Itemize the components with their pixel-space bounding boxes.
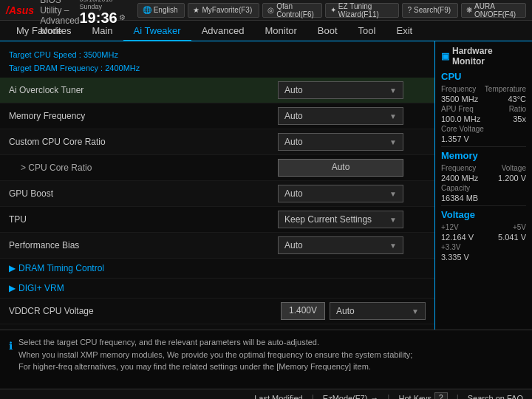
hw-33v-value: 3.335 V bbox=[441, 253, 469, 262]
digi-vrm-expander[interactable]: ▶ DIGI+ VRM bbox=[0, 279, 434, 299]
hw-33v-label: +3.3V bbox=[441, 243, 460, 251]
separator-3: | bbox=[457, 393, 459, 400]
language-label: English bbox=[154, 6, 178, 14]
vddcr-voltage-label: VDDCR CPU Voltage bbox=[9, 306, 281, 316]
gpu-boost-select[interactable]: Auto ▼ bbox=[278, 185, 426, 202]
search-faq-label: Search on FAQ bbox=[468, 394, 523, 400]
dram-timing-expander[interactable]: ▶ DRAM Timing Control bbox=[0, 259, 434, 279]
language-button[interactable]: 🌐 English bbox=[137, 3, 185, 18]
info-panel: ℹ Select the target CPU frequency, and t… bbox=[0, 330, 532, 389]
fan-icon: ◎ bbox=[267, 6, 274, 14]
hw-cpu-temp-value: 43°C bbox=[508, 95, 526, 103]
vddcr-voltage-select[interactable]: Auto ▼ bbox=[330, 302, 426, 320]
hw-core-voltage-label-row: Core Voltage bbox=[441, 125, 526, 133]
nav-my-favorites[interactable]: My Favorites bbox=[6, 21, 81, 41]
last-modified-label: Last Modified bbox=[254, 394, 302, 400]
hw-core-voltage-value: 1.357 V bbox=[441, 134, 469, 143]
hw-mem-freq-label: Frequency bbox=[441, 164, 476, 172]
tpu-select[interactable]: Keep Current Settings ▼ bbox=[278, 211, 426, 228]
wizard-icon: ✦ bbox=[330, 6, 336, 14]
tpu-row: TPU Keep Current Settings ▼ bbox=[0, 207, 434, 233]
nav-ai-tweaker[interactable]: Ai Tweaker bbox=[123, 21, 191, 41]
ez-mode-arrow-icon: → bbox=[370, 394, 378, 400]
hw-33v-value-row: 3.335 V bbox=[441, 253, 526, 262]
separator-2: | bbox=[387, 393, 389, 400]
hw-apu-freq-label: APU Freq bbox=[441, 105, 474, 113]
custom-cpu-core-ratio-label: Custom CPU Core Ratio bbox=[9, 137, 278, 147]
monitor-icon: ▣ bbox=[441, 51, 449, 61]
ai-overclock-value: Auto bbox=[284, 85, 303, 95]
performance-bias-value: Auto bbox=[284, 240, 303, 250]
hw-12v-value: 12.164 V bbox=[441, 233, 474, 242]
separator-1: | bbox=[312, 393, 314, 400]
gpu-boost-value: Auto bbox=[284, 188, 303, 199]
ai-overclock-row: Ai Overclock Tuner Auto ▼ bbox=[0, 78, 434, 103]
nav-main[interactable]: Main bbox=[81, 21, 123, 41]
hw-cpu-section-title: CPU bbox=[441, 71, 526, 82]
top-bar: /Asus UEFI BIOS Utility – Advanced Mode … bbox=[0, 0, 532, 21]
hw-apu-ratio-labels: APU Freq Ratio bbox=[441, 105, 526, 113]
tpu-label: TPU bbox=[9, 214, 278, 225]
tpu-value: Keep Current Settings bbox=[284, 214, 372, 225]
asus-logo: /Asus bbox=[6, 4, 34, 16]
gpu-boost-row: GPU Boost Auto ▼ bbox=[0, 181, 434, 207]
hw-5v-value: 5.041 V bbox=[498, 233, 526, 242]
nav-menu: My Favorites Main Ai Tweaker Advanced Mo… bbox=[0, 21, 532, 41]
memory-freq-select[interactable]: Auto ▼ bbox=[278, 107, 426, 125]
qfan-button[interactable]: ◎ Qfan Control(F6) bbox=[262, 3, 322, 18]
hw-5v-label: +5V bbox=[513, 223, 526, 231]
vddcr-voltage-input-value: 1.400V bbox=[289, 305, 317, 316]
myfavorite-button[interactable]: ★ MyFavorite(F3) bbox=[188, 3, 259, 18]
digi-vrm-label: DIGI+ VRM bbox=[18, 283, 64, 293]
hw-mem-cap-value: 16384 MB bbox=[441, 194, 478, 202]
search-faq-button[interactable]: Search on FAQ bbox=[468, 394, 523, 400]
hw-memory-section-title: Memory bbox=[441, 150, 526, 161]
hot-keys-button[interactable]: Hot Keys ? bbox=[398, 392, 447, 399]
ez-tuning-button[interactable]: ✦ EZ Tuning Wizard(F11) bbox=[325, 3, 400, 18]
hw-mem-freq-value: 2400 MHz bbox=[441, 174, 478, 183]
search-button[interactable]: ? Search(F9) bbox=[402, 3, 458, 18]
nav-boot[interactable]: Boot bbox=[307, 21, 348, 41]
chevron-down-icon-2: ▼ bbox=[389, 112, 397, 120]
hw-core-voltage-label: Core Voltage bbox=[441, 125, 484, 133]
custom-cpu-core-ratio-select[interactable]: Auto ▼ bbox=[278, 133, 426, 151]
date-display: 09/16/2018 Sunday bbox=[80, 0, 126, 10]
vddcr-voltage-row: VDDCR CPU Voltage 1.400V Auto ▼ bbox=[0, 299, 434, 324]
aura-label: AURA ON/OFF(F4) bbox=[474, 2, 519, 18]
ai-overclock-select[interactable]: Auto ▼ bbox=[278, 81, 426, 99]
hot-keys-num: ? bbox=[434, 392, 448, 399]
hw-12v-5v-labels: +12V +5V bbox=[441, 223, 526, 231]
hw-mem-cap-label-row: Capacity bbox=[441, 184, 526, 192]
ez-mode-button[interactable]: EzMode(F7) → bbox=[323, 394, 379, 400]
nav-advanced[interactable]: Advanced bbox=[191, 21, 255, 41]
chevron-down-icon-4: ▼ bbox=[389, 190, 397, 198]
performance-bias-row: Performance Bias Auto ▼ bbox=[0, 233, 434, 259]
hw-mem-volt-value: 1.200 V bbox=[498, 174, 526, 183]
nav-exit[interactable]: Exit bbox=[386, 21, 423, 41]
hw-cpu-freq-value: 3500 MHz bbox=[441, 95, 478, 103]
nav-monitor[interactable]: Monitor bbox=[255, 21, 307, 41]
chevron-down-icon-3: ▼ bbox=[389, 138, 397, 146]
custom-cpu-core-ratio-value: Auto bbox=[284, 137, 303, 147]
vddcr-voltage-input[interactable]: 1.400V bbox=[281, 302, 325, 320]
settings-panel: Target CPU Speed : 3500MHz Target DRAM F… bbox=[0, 41, 434, 330]
performance-bias-select[interactable]: Auto ▼ bbox=[278, 236, 426, 254]
hot-keys-label: Hot Keys bbox=[398, 394, 432, 400]
chevron-down-icon: ▼ bbox=[389, 86, 397, 95]
main-layout: Target CPU Speed : 3500MHz Target DRAM F… bbox=[0, 41, 532, 330]
hw-cpu-freq-label: Frequency bbox=[441, 85, 476, 93]
nav-tool[interactable]: Tool bbox=[348, 21, 386, 41]
aura-button[interactable]: ❋ AURA ON/OFF(F4) bbox=[461, 3, 526, 18]
hw-12v-label: +12V bbox=[441, 223, 459, 231]
expand-arrow-icon: ▶ bbox=[9, 263, 16, 273]
last-modified-button[interactable]: Last Modified bbox=[254, 394, 302, 400]
ai-overclock-label: Ai Overclock Tuner bbox=[9, 85, 278, 95]
hw-cpu-temp-label: Temperature bbox=[485, 85, 526, 93]
cpu-core-ratio-input-box[interactable]: Auto bbox=[278, 159, 426, 177]
ez-mode-label: EzMode(F7) bbox=[323, 394, 368, 400]
target-info: Target CPU Speed : 3500MHz Target DRAM F… bbox=[0, 46, 434, 78]
hw-mem-volt-label: Voltage bbox=[502, 164, 526, 172]
memory-freq-label: Memory Frequency bbox=[9, 111, 278, 121]
aura-icon: ❋ bbox=[466, 6, 472, 14]
hw-apu-freq-value: 100.0 MHz bbox=[441, 115, 480, 123]
